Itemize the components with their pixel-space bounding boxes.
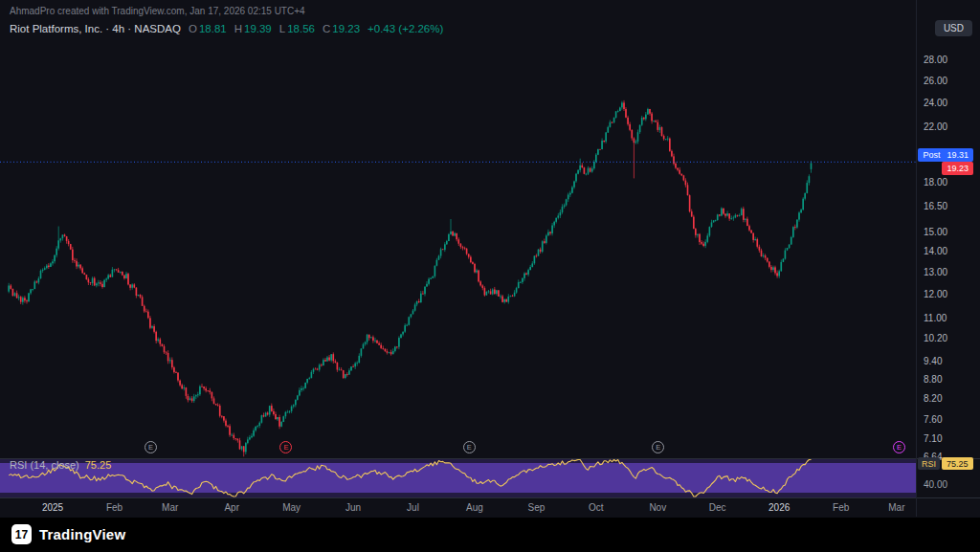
time-tick-label: Mar (888, 502, 904, 513)
symbol-title[interactable]: Riot Platforms, Inc. · 4h · NASDAQ (10, 23, 181, 34)
price-tick-label: 24.00 (924, 98, 947, 108)
price-tick-label: 7.10 (924, 433, 942, 444)
earnings-marker-icon[interactable]: E (145, 441, 157, 453)
time-tick-label: Feb (106, 502, 122, 513)
ohlc-high: H19.39 (234, 23, 272, 34)
ohlc-low: L18.56 (279, 23, 315, 34)
post-label: Post (923, 150, 940, 160)
time-axis[interactable]: 2025FebMarAprMayJunJulAugSepOctNovDec202… (0, 499, 915, 517)
earnings-marker-icon[interactable]: E (463, 441, 476, 453)
time-tick-label: Oct (589, 502, 604, 513)
time-tick-label: Aug (466, 502, 483, 513)
ohlc-low-label: L (279, 23, 285, 34)
earnings-marker-icon[interactable]: E (893, 441, 905, 453)
tradingview-wordmark: TradingView (39, 526, 125, 542)
last-price-badge: 19.23 (942, 162, 973, 175)
ohlc-open: O18.81 (189, 23, 227, 34)
rsi-indicator-legend[interactable]: RSI (14, close) 75.25 (10, 459, 111, 471)
price-tick-label: 7.60 (924, 414, 942, 425)
rsi-axis-value-badge: 75.25 (942, 457, 973, 470)
rsi-axis-badges: RSI 75.25 (918, 457, 973, 470)
ohlc-high-value: 19.39 (244, 23, 272, 34)
time-tick-label: Apr (224, 502, 239, 513)
price-tick-label: 16.50 (924, 201, 947, 211)
tradingview-logo[interactable]: 17 TradingView (11, 524, 125, 544)
rsi-panel-underlay (0, 0, 980, 517)
price-tick-label: 13.00 (924, 267, 947, 277)
time-tick-label: Dec (709, 502, 726, 513)
time-tick-label: May (282, 502, 301, 513)
time-tick-label: Sep (527, 502, 545, 513)
candles-layer[interactable] (8, 100, 812, 456)
symbol-legend[interactable]: Riot Platforms, Inc. · 4h · NASDAQ O18.8… (10, 23, 443, 34)
price-tick-label: 15.00 (924, 227, 947, 237)
ohlc-open-label: O (189, 23, 197, 34)
time-tick-label: 2025 (42, 502, 63, 513)
ohlc-close-value: 19.23 (332, 23, 360, 34)
rsi-axis-label-badge: RSI (918, 457, 940, 470)
price-tick-label: 8.20 (924, 393, 942, 404)
time-tick-label: Jul (407, 502, 419, 513)
post-price-value: 19.31 (947, 150, 969, 160)
rsi-indicator-value: 75.25 (85, 459, 112, 471)
ohlc-open-value: 18.81 (199, 23, 227, 34)
price-tick-label: 14.00 (924, 246, 947, 256)
price-tick-label: 28.00 (924, 55, 947, 65)
time-tick-label: Jun (345, 502, 361, 513)
price-tick-label: 8.80 (924, 374, 942, 385)
chart-canvas[interactable] (0, 0, 980, 552)
rsi-indicator-title: RSI (14, close) (10, 459, 79, 471)
price-tick-label: 10.20 (924, 333, 947, 343)
ohlc-close: C19.23 (323, 23, 360, 34)
ohlc-high-label: H (234, 23, 242, 34)
ohlc-low-value: 18.56 (287, 23, 315, 34)
price-tick-label: 11.00 (924, 313, 947, 323)
tradingview-chart-window: AhmadPro created with TradingView.com, J… (0, 0, 980, 552)
price-tick-label: 18.00 (924, 177, 947, 188)
footer-bar: 17 TradingView (0, 518, 980, 552)
ohlc-close-label: C (323, 23, 330, 34)
price-change: +0.43 (+2.26%) (368, 23, 443, 34)
price-tick-label: 9.40 (924, 356, 942, 366)
price-tick-label: 26.00 (924, 76, 947, 86)
time-tick-label: 2026 (768, 502, 790, 513)
rsi-level-label: 40.00 (924, 479, 947, 490)
time-tick-label: Nov (649, 502, 666, 513)
price-axis[interactable]: 28.0026.0024.0022.0018.0016.5015.0014.00… (917, 0, 980, 517)
price-tick-label: 22.00 (924, 121, 947, 132)
attribution-text: AhmadPro created with TradingView.com, J… (10, 6, 305, 16)
tradingview-logo-icon: 17 (11, 524, 32, 544)
price-tick-label: 12.00 (924, 289, 947, 299)
post-market-price-badge: Post 19.31 (918, 148, 973, 162)
time-tick-label: Mar (162, 502, 178, 513)
time-tick-label: Feb (833, 502, 849, 513)
